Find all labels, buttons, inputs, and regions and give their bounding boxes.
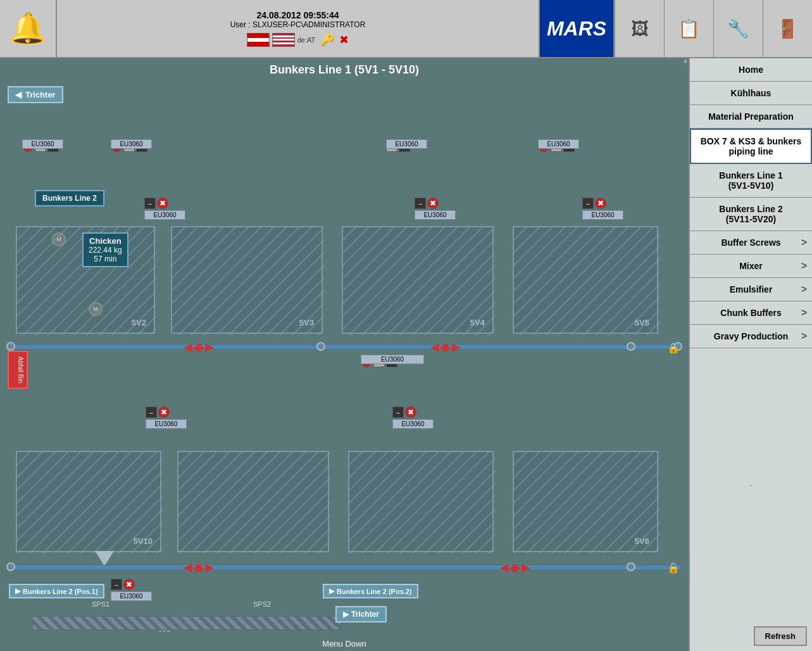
dist-bottom-2: – ✖ EU3060 [392,407,416,418]
dist-b-ctrl-2: – ✖ [392,407,416,418]
dist-b-stop-1[interactable]: ✖ [158,407,170,418]
dist-stop-2[interactable]: ✖ [427,198,439,209]
trichter-top-label: Trichter [25,90,56,99]
dist-stop-1[interactable]: ✖ [157,198,168,209]
eu-label-3: EU3060 [386,139,427,149]
sidebar-item-material-prep[interactable]: Material Preparation [690,105,812,129]
arrow-right-2: ▶▶ [443,340,461,354]
lock-icon: 🔒 [667,342,680,354]
refresh-button[interactable]: Refresh [754,626,807,646]
page-title: Bunkers Line 1 (5V1 - 5V10) [0,58,689,82]
cross-icon[interactable]: ✖ [339,33,349,47]
trichter-top-button[interactable]: ◀ Trichter [8,86,63,103]
tools-button[interactable]: 🔧 [713,0,763,57]
eu-cluster-3: EU3060 S – [386,139,410,152]
bunker-label-5v3: 5V3 [299,318,314,327]
canvas-dot [684,60,687,63]
eu-b-label: EU3060 [111,591,152,601]
arrow-bottom-right-2: ▶▶ [513,560,530,574]
user-display: User : SLXUSER-PC\ADMINISTRATOR [230,20,366,29]
arrow-right-1: ▶▶ [196,340,214,354]
header-icon-buttons: 🖼 📋 🔧 🚪 [615,0,812,57]
material-weight: 222.44 kg [89,246,122,255]
gallery-button[interactable]: 🖼 [615,0,664,57]
eu-cluster-bottom: – ✖ EU3060 [111,579,135,590]
bunker-label-5v6: 5V6 [635,536,649,546]
conveyor-circle-1 [6,342,15,351]
eu-b-ctrl: – ✖ [111,579,135,590]
sidebar-item-bunkers-line1[interactable]: Bunkers Line 1(5V1-5V10) [690,164,812,198]
sidebar-item-chunk-buffers[interactable]: Chunk Buffers [690,301,812,325]
bunker-5v8 [348,451,494,552]
locale-display: de:AT [297,36,316,44]
sps2-label: SPS2 [253,600,271,608]
dist-minus-1[interactable]: – [144,198,156,209]
conveyor-strip [32,616,342,631]
bunkers-line2-pos1-button[interactable]: ▶ Bunkers Line 2 (Pos.1) [9,584,104,598]
mixer-label: Mixer [739,261,763,271]
eu-b-minus[interactable]: – [111,579,122,590]
conveyor-circle-2 [316,342,325,351]
key-icon[interactable]: 🔑 [320,33,334,47]
eu-cluster-1: EU3060 ✖ S – [22,139,59,152]
bunkers-line1-label: Bunkers Line 1(5V1-5V10) [719,170,782,191]
dist-b-minus-1[interactable]: – [146,407,157,418]
dist-b-minus-2[interactable]: – [392,407,404,418]
sidebar-item-home[interactable]: Home [690,58,812,82]
sidebar-item-mixer[interactable]: Mixer [690,255,812,278]
flags-row: de:AT 🔑 ✖ [247,33,349,47]
bunkers-line2-pos2-label: Bunkers Line 2 (Pos.2) [337,588,412,595]
bunker-label-5v4: 5V4 [470,318,485,327]
alarm-bell-icon: 🔔 [9,11,47,46]
bunker-label-5v5: 5V5 [635,318,649,327]
bunker-5v10: 5V10 [16,451,161,552]
eu-label-mid: EU3060 [361,355,424,364]
sidebar-item-emulsifier[interactable]: Emulsifier [690,278,812,301]
eu-b-stop[interactable]: ✖ [123,579,135,590]
dist-minus-3[interactable]: – [582,198,594,209]
sidebar-item-kuhlhaus[interactable]: Kühlhaus [690,82,812,105]
alarm-section: 🔔 [0,0,57,57]
bunker-5v5: 5V5 [513,226,658,334]
trichter-bottom-button[interactable]: ▶ Trichter [335,606,387,623]
trichter-bottom-arrow: ▶ [343,610,349,619]
bunkers-line2-box[interactable]: Bunkers Line 2 [35,190,104,206]
funnel-icon [95,551,114,566]
sidebar: Home Kühlhaus Material Preparation BOX 7… [689,58,812,651]
flag-austria[interactable] [247,33,270,47]
sidebar-item-box7-ks3[interactable]: BOX 7 & KS3 & bunkers piping line [690,129,812,164]
bunker-label-5v2: 5V2 [132,318,146,327]
dist-b-eu-1: EU3060 [146,419,187,429]
flag-us[interactable] [272,33,295,47]
dist-eu-label-2: EU3060 [415,210,456,220]
buffer-screws-label: Buffer Screws [721,237,780,248]
process-canvas: Bunkers Line 1 (5V1 - 5V10) ◀ Trichter B… [0,58,689,651]
material-prep-label: Material Preparation [708,111,794,122]
sps1-label: SPS1 [92,600,109,608]
header-info: 24.08.2012 09:55:44 User : SLXUSER-PC\AD… [57,0,539,57]
bunkers-line2-label: Bunkers Line 2 [42,194,97,203]
mars-brand: MARS [547,17,606,41]
dist-minus-2[interactable]: – [415,198,426,209]
trichter-arrow-icon: ◀ [15,90,22,99]
dist-b-stop-2[interactable]: ✖ [405,407,416,418]
mars-logo: MARS [539,0,615,57]
sidebar-item-gravy-production[interactable]: Gravy Production [690,325,812,348]
dist-eu-label-1: EU3060 [144,210,185,220]
lock-icon-bottom: 🔒 [667,562,680,574]
eu-label-2: EU3060 [111,139,152,149]
user-label: User : [230,20,251,29]
bottom-bar: Menu Down [0,636,689,651]
sidebar-item-buffer-screws[interactable]: Buffer Screws [690,231,812,255]
dist-stop-3[interactable]: ✖ [595,198,606,209]
sidebar-item-bunkers-line2[interactable]: Bunkers Line 2(5V11-5V20) [690,198,812,231]
logout-button[interactable]: 🚪 [763,0,812,57]
bunker-5v6: 5V6 [513,451,658,552]
clipboard-button[interactable]: 📋 [664,0,713,57]
svg-rect-6 [349,452,495,553]
chicken-info-box: Chicken 222.44 kg 57 min [82,232,128,267]
eu-cluster-mid: EU3060 ✖ S – [361,355,397,367]
bunkers-line2-pos2-button[interactable]: ▶ Bunkers Line 2 (Pos.2) [323,584,418,598]
conv-b-circle-1 [6,562,15,571]
dist-ctrl-3: – ✖ [582,198,606,209]
